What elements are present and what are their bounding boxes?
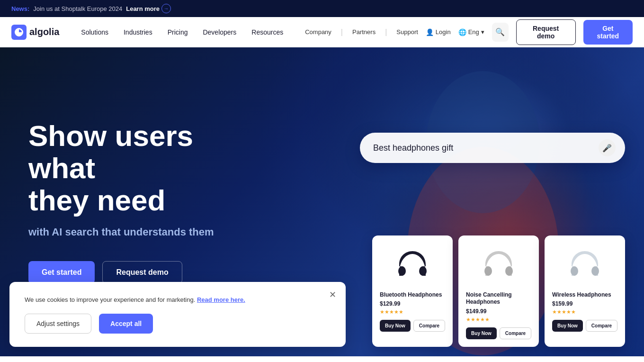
- compare-button-2[interactable]: Compare: [586, 320, 617, 332]
- product-actions-1: Buy Now Compare: [466, 327, 531, 339]
- login-button[interactable]: 👤 Login: [426, 28, 451, 36]
- request-demo-button[interactable]: Request demo: [516, 19, 576, 45]
- search-bar[interactable]: Best headphones gift 🎤: [360, 133, 625, 163]
- hero-section: Show users what they need with AI search…: [0, 47, 644, 356]
- nav-pricing[interactable]: Pricing: [161, 25, 195, 40]
- nav-industries[interactable]: Industries: [117, 25, 159, 40]
- product-actions-2: Buy Now Compare: [552, 320, 617, 332]
- product-price-1: $149.99: [466, 308, 531, 315]
- get-started-header-button[interactable]: Get started: [583, 20, 633, 45]
- product-stars-1: ★★★★★: [466, 317, 531, 323]
- product-cards: Bluetooth Headphones $129.99 ★★★★★ Buy N…: [372, 235, 625, 347]
- headphone-dark-icon: [394, 245, 431, 283]
- product-image-1: [466, 243, 531, 286]
- nav-developers[interactable]: Developers: [196, 25, 243, 40]
- search-button[interactable]: 🔍: [492, 23, 509, 42]
- svg-point-6: [419, 266, 427, 276]
- partners-link[interactable]: Partners: [352, 28, 376, 36]
- product-image-0: [380, 243, 445, 286]
- product-card-0: Bluetooth Headphones $129.99 ★★★★★ Buy N…: [372, 235, 453, 347]
- svg-point-8: [505, 266, 513, 276]
- headphone-white-icon: [480, 245, 518, 283]
- news-banner: News: Join us at Shoptalk Europe 2024 Le…: [0, 0, 644, 17]
- headphone-silver-icon: [566, 245, 604, 283]
- news-arrow-icon: →: [161, 4, 171, 13]
- request-demo-hero-button[interactable]: Request demo: [102, 261, 182, 284]
- cookie-close-button[interactable]: ✕: [329, 290, 336, 300]
- product-name-0: Bluetooth Headphones: [380, 291, 445, 299]
- support-link[interactable]: Support: [396, 28, 418, 36]
- header: algolia Solutions Industries Pricing Dev…: [0, 17, 644, 47]
- product-name-1: Noise Cancelling Headphones: [466, 291, 531, 306]
- hero-buttons: Get started Request demo: [28, 261, 256, 284]
- buy-button-0[interactable]: Buy Now: [380, 320, 411, 332]
- hero-subtitle: with AI search that understands them: [28, 226, 256, 238]
- svg-point-5: [398, 266, 406, 276]
- news-text: Join us at Shoptalk Europe 2024: [33, 5, 122, 12]
- product-card-2: Wireless Headphones $159.99 ★★★★★ Buy No…: [545, 235, 625, 347]
- main-nav: Solutions Industries Pricing Developers …: [74, 25, 290, 40]
- logo[interactable]: algolia: [11, 25, 59, 40]
- product-price-0: $129.99: [380, 300, 445, 307]
- cookie-text: We use cookies to improve your experienc…: [25, 295, 331, 305]
- product-name-2: Wireless Headphones: [552, 291, 617, 299]
- search-overlay: Best headphones gift 🎤: [360, 133, 625, 163]
- cookie-banner: ✕ We use cookies to improve your experie…: [9, 282, 346, 347]
- buy-button-2[interactable]: Buy Now: [552, 320, 583, 332]
- search-query-text: Best headphones gift: [373, 143, 453, 153]
- compare-button-1[interactable]: Compare: [500, 327, 531, 339]
- language-selector[interactable]: 🌐 Eng ▾: [458, 28, 484, 36]
- get-started-hero-button[interactable]: Get started: [28, 261, 95, 284]
- buy-button-1[interactable]: Buy Now: [466, 327, 497, 339]
- hero-content: Show users what they need with AI search…: [0, 120, 284, 284]
- product-actions-0: Buy Now Compare: [380, 320, 445, 332]
- product-stars-2: ★★★★★: [552, 309, 617, 315]
- svg-point-7: [484, 266, 492, 276]
- cookie-read-more-link[interactable]: Read more here.: [197, 296, 245, 303]
- hero-title: Show users what they need: [28, 120, 256, 217]
- accept-all-button[interactable]: Accept all: [99, 314, 153, 334]
- cookie-actions: Adjust settings Accept all: [25, 314, 331, 334]
- news-link[interactable]: Learn more →: [126, 4, 171, 13]
- product-card-1: Noise Cancelling Headphones $149.99 ★★★★…: [458, 235, 539, 347]
- header-right: Company | Partners | Support 👤 Login 🌐 E…: [305, 19, 633, 45]
- company-link[interactable]: Company: [305, 28, 331, 36]
- nav-solutions[interactable]: Solutions: [74, 25, 115, 40]
- news-label: News:: [11, 5, 29, 12]
- compare-button-0[interactable]: Compare: [413, 320, 445, 332]
- mic-icon[interactable]: 🎤: [599, 139, 616, 156]
- svg-point-10: [591, 266, 599, 276]
- logo-icon: [11, 25, 27, 40]
- svg-point-9: [571, 266, 578, 276]
- logo-text: algolia: [29, 27, 59, 37]
- product-price-2: $159.99: [552, 300, 617, 307]
- product-stars-0: ★★★★★: [380, 309, 445, 315]
- adjust-settings-button[interactable]: Adjust settings: [25, 314, 91, 334]
- product-image-2: [552, 243, 617, 286]
- nav-resources[interactable]: Resources: [245, 25, 290, 40]
